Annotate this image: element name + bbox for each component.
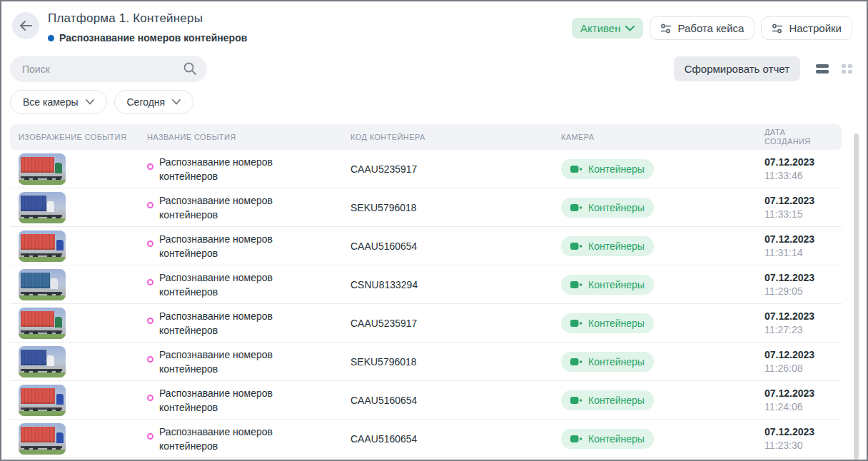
container-shape [21, 350, 46, 365]
event-date: 07.12.2023 [764, 156, 827, 169]
event-name: Распознавание номеров контейнеров [159, 386, 302, 415]
event-type-icon [147, 240, 153, 247]
date-filter-label: Сегодня [127, 96, 166, 108]
settings-label: Настройки [789, 22, 842, 34]
camera-badge[interactable]: Контейнеры [561, 429, 654, 449]
table-row[interactable]: Распознавание номеров контейнеров CAAU52… [10, 150, 842, 188]
event-name: Распознавание номеров контейнеров [159, 155, 302, 183]
event-time: 11:33:46 [764, 169, 827, 183]
event-time: 11:26:08 [764, 362, 827, 375]
container-code: CAAU5160654 [350, 240, 561, 252]
event-time: 11:27:23 [764, 323, 827, 337]
chevron-down-icon [86, 99, 94, 105]
cameras-filter-dropdown[interactable]: Все камеры [10, 90, 107, 114]
event-thumbnail[interactable] [19, 346, 66, 378]
page-title: Платформа 1. Контейнеры [48, 11, 247, 26]
list-view-button[interactable] [816, 64, 829, 74]
camera-badge[interactable]: Контейнеры [561, 352, 654, 372]
container-shape [21, 273, 50, 288]
truck-cab-shape [56, 240, 64, 250]
camera-badge-label: Контейнеры [588, 240, 645, 252]
settings-button[interactable]: Настройки [761, 16, 852, 40]
case-work-button[interactable]: Работа кейса [650, 16, 755, 40]
column-header-code: КОД КОНТЕЙНЕРА [350, 129, 561, 146]
event-thumbnail[interactable] [19, 269, 66, 300]
vertical-scrollbar[interactable] [854, 133, 859, 460]
camera-badge[interactable]: Контейнеры [561, 159, 654, 179]
event-type-icon [147, 318, 153, 324]
search-input[interactable] [10, 56, 207, 82]
status-dropdown[interactable]: Активен [572, 18, 643, 39]
sliders-icon [660, 23, 672, 34]
generate-report-button[interactable]: Сформировать отчет [674, 56, 800, 81]
event-time: 11:23:30 [764, 439, 827, 452]
camera-badge[interactable]: Контейнеры [561, 198, 654, 218]
container-code: SEKU5796018 [350, 202, 561, 213]
topbar: Платформа 1. Контейнеры Распознавание но… [1, 1, 867, 44]
event-thumbnail[interactable] [19, 192, 66, 223]
table-row[interactable]: Распознавание номеров контейнеров CAAU51… [10, 420, 842, 458]
table-row[interactable]: Распознавание номеров контейнеров CAAU51… [10, 381, 842, 420]
camera-badge-label: Контейнеры [588, 318, 645, 329]
event-date: 07.12.2023 [764, 348, 827, 362]
event-name: Распознавание номеров контейнеров [159, 193, 302, 222]
event-thumbnail[interactable] [19, 230, 66, 262]
event-date: 07.12.2023 [764, 425, 827, 439]
event-thumbnail[interactable] [19, 423, 66, 455]
toolbar: Сформировать отчет [1, 56, 867, 82]
event-date: 07.12.2023 [764, 194, 827, 208]
event-type-icon [147, 163, 153, 170]
container-code: CAAU5235917 [350, 318, 561, 329]
grass-shape [19, 218, 66, 223]
camera-badge[interactable]: Контейнеры [561, 275, 654, 295]
table-body: Распознавание номеров контейнеров CAAU52… [10, 150, 842, 458]
grid-view-button[interactable] [842, 64, 852, 74]
event-type-icon [147, 279, 153, 285]
cameras-filter-label: Все камеры [23, 96, 79, 108]
truck-cab-shape [56, 432, 64, 443]
container-shape [21, 157, 55, 173]
grass-shape [19, 450, 66, 455]
table-row[interactable]: Распознавание номеров контейнеров CAAU51… [10, 227, 842, 265]
arrow-left-icon [19, 21, 32, 31]
event-time: 11:33:15 [764, 208, 827, 221]
camera-badge-label: Контейнеры [588, 279, 645, 290]
container-code: SEKU5796018 [350, 356, 561, 368]
table-header: ИЗОБРАЖЕНИЕ СОБЫТИЯ НАЗВАНИЕ СОБЫТИЯ КОД… [10, 124, 842, 150]
container-shape [21, 234, 56, 250]
event-thumbnail[interactable] [19, 385, 66, 416]
search-box [10, 56, 207, 82]
event-thumbnail[interactable] [19, 153, 66, 185]
container-shape [21, 311, 55, 327]
camera-badge[interactable]: Контейнеры [561, 313, 654, 333]
video-camera-icon [570, 396, 582, 405]
event-name: Распознавание номеров контейнеров [159, 425, 302, 453]
grid-view-icon [842, 64, 852, 74]
case-subtitle: Распознавание номеров контейнеров [59, 32, 247, 44]
camera-badge[interactable]: Контейнеры [561, 390, 654, 410]
case-work-label: Работа кейса [677, 22, 744, 34]
table-row[interactable]: Распознавание номеров контейнеров SEKU57… [10, 343, 842, 381]
container-code: CSNU8133294 [350, 279, 561, 290]
event-time: 11:31:14 [764, 246, 827, 260]
video-camera-icon [570, 165, 582, 173]
sliders-icon [772, 23, 783, 34]
truck-cab-shape [55, 317, 62, 328]
grass-shape [19, 257, 66, 262]
column-header-camera: КАМЕРА [561, 129, 764, 146]
event-type-icon [147, 395, 153, 401]
date-filter-dropdown[interactable]: Сегодня [114, 90, 194, 114]
back-button[interactable] [12, 12, 39, 39]
table-row[interactable]: Распознавание номеров контейнеров CSNU81… [10, 265, 842, 304]
event-thumbnail[interactable] [19, 308, 66, 339]
table-row[interactable]: Распознавание номеров контейнеров CAAU52… [10, 304, 842, 343]
table-row[interactable]: Распознавание номеров контейнеров SEKU57… [10, 188, 842, 227]
chevron-down-icon [172, 99, 181, 105]
container-shape [21, 196, 46, 211]
grass-shape [19, 334, 66, 339]
camera-badge[interactable]: Контейнеры [561, 236, 654, 256]
event-date: 07.12.2023 [764, 271, 827, 285]
camera-badge-label: Контейнеры [588, 163, 645, 175]
column-header-event: НАЗВАНИЕ СОБЫТИЯ [147, 129, 350, 146]
status-label: Активен [580, 22, 620, 34]
